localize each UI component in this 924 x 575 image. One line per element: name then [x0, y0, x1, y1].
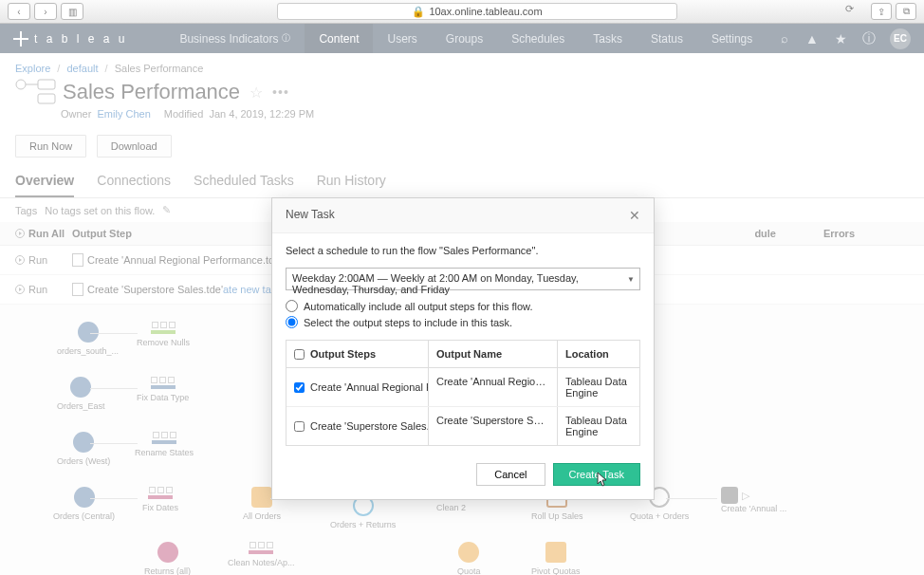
close-icon[interactable]: ✕	[629, 208, 640, 223]
new-task-modal: New Task ✕ Select a schedule to run the …	[271, 197, 655, 500]
radio-label: Select the output steps to include in th…	[304, 317, 512, 328]
url-bar[interactable]: 🔒 10ax.online.tableau.com	[277, 3, 677, 20]
forward-button[interactable]: ›	[34, 3, 57, 20]
schedule-select[interactable]: Weekday 2:00AM — Weekly at 2:00 AM on Mo…	[286, 268, 640, 290]
tabs-icon[interactable]: ⧉	[896, 3, 916, 20]
col-output-name: Output Name	[429, 341, 558, 367]
table-row: Create 'Superstore Sales.tde' Create 'Su…	[286, 407, 639, 445]
row-checkbox[interactable]	[294, 382, 305, 393]
col-location: Location	[558, 341, 639, 367]
cancel-button[interactable]: Cancel	[476, 463, 545, 486]
row-checkbox[interactable]	[294, 421, 305, 432]
browser-toolbar: ‹ › ▥ 🔒 10ax.online.tableau.com ⟳ ⇪ ⧉	[0, 0, 924, 24]
row-location: Tableau Data Engine	[558, 368, 639, 406]
select-all-checkbox[interactable]	[294, 349, 305, 360]
create-task-button[interactable]: Create Task	[553, 463, 641, 486]
row-step: Create 'Superstore Sales.tde'	[310, 420, 429, 432]
radio-label: Automatically include all output steps f…	[304, 301, 533, 312]
radio-select-steps[interactable]: Select the output steps to include in th…	[286, 316, 640, 328]
row-step: Create 'Annual Regional Perf…	[310, 381, 429, 393]
row-name: Create 'Superstore Sales.tde'	[429, 407, 558, 445]
output-steps-table: Output Steps Output Name Location Create…	[286, 340, 640, 446]
row-location: Tableau Data Engine	[558, 407, 639, 445]
lock-icon: 🔒	[412, 6, 425, 18]
modal-title: New Task	[286, 208, 335, 223]
radio-input[interactable]	[286, 316, 298, 328]
col-output-steps: Output Steps	[310, 348, 376, 360]
share-icon[interactable]: ⇪	[871, 3, 892, 20]
cursor-icon	[596, 472, 611, 487]
sidebar-toggle[interactable]: ▥	[61, 3, 83, 20]
reload-icon[interactable]: ⟳	[845, 3, 854, 15]
radio-input[interactable]	[286, 300, 298, 312]
row-name: Create 'Annual Regional Perfo…	[429, 368, 558, 406]
table-row: Create 'Annual Regional Perf… Create 'An…	[286, 368, 639, 407]
modal-prompt: Select a schedule to run the flow "Sales…	[286, 245, 640, 256]
back-button[interactable]: ‹	[8, 3, 30, 20]
radio-auto-include[interactable]: Automatically include all output steps f…	[286, 300, 640, 312]
url-text: 10ax.online.tableau.com	[429, 6, 542, 17]
